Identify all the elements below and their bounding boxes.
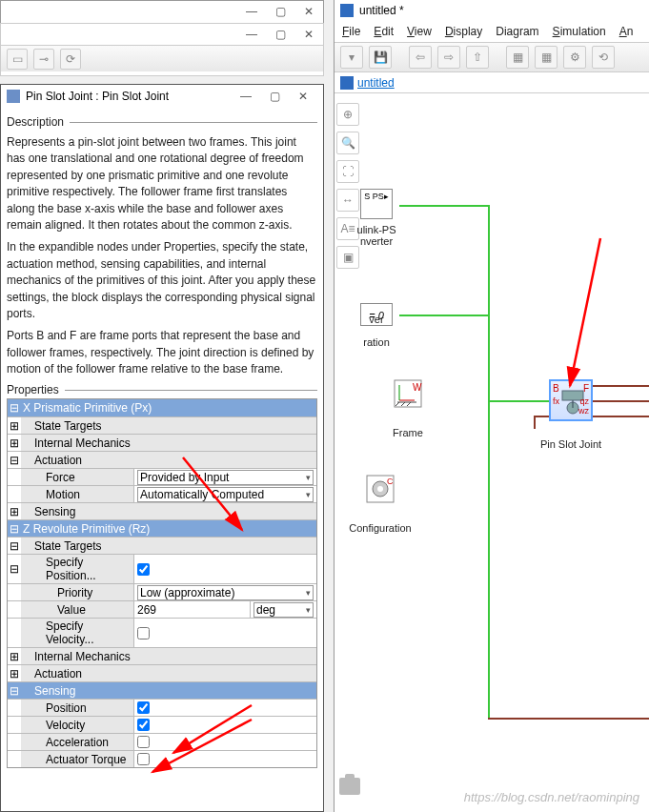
priority-label: Priority [21,584,133,600]
tool-zoomin-icon[interactable]: 🔍 [336,132,359,154]
collapse-icon[interactable]: ⊟ [8,555,21,583]
section-properties: Properties [7,383,317,396]
simulink-titlebar: untitled * [335,0,649,21]
row-rz-actuation[interactable]: ⊞ Actuation [8,664,316,681]
row-rz-sensing[interactable]: ⊟ Sensing [8,681,316,699]
bg2-close-button[interactable]: ✕ [294,24,323,45]
tb-link-icon[interactable]: ⟲ [592,46,615,69]
dialog-close-button[interactable]: ✕ [289,86,317,107]
rz-internal-mech: Internal Mechanics [21,648,316,664]
simulink-window: untitled * File Edit View Display Diagra… [334,0,649,812]
row-acceleration: Acceleration [8,733,316,750]
world-frame-icon: W [394,379,422,408]
bg-maximize-button[interactable]: ▢ [266,1,294,22]
tb-lib-icon[interactable]: ▦ [506,46,529,69]
row-priority: Priority Low (approximate) [8,583,316,600]
row-px-sensing[interactable]: ⊞ Sensing [8,502,316,519]
motion-dropdown[interactable]: Automatically Computed [137,487,314,502]
wire [534,416,536,429]
block-mech-configuration[interactable]: C Configuration [366,475,395,503]
block-world-frame[interactable]: W Frame [394,379,422,408]
actuator-torque-checkbox[interactable] [137,753,150,765]
row-px-state-targets[interactable]: ⊞ State Targets [8,416,316,434]
collapse-icon[interactable]: ⊟ [8,399,21,416]
dialog-maximize-button[interactable]: ▢ [260,86,289,107]
tb-up-icon[interactable]: ⇧ [466,46,489,69]
force-dropdown[interactable]: Provided by Input [137,470,314,485]
spec-velocity-checkbox[interactable] [137,627,150,639]
pin-slot-joint-dialog: Pin Slot Joint : Pin Slot Joint — ▢ ✕ De… [0,84,324,812]
value-unit-dropdown[interactable]: deg [254,602,314,618]
spec-velocity-label: Specify Velocity... [21,619,133,647]
row-rz-internal-mech[interactable]: ⊞ Internal Mechanics [8,647,316,664]
expand-icon[interactable]: ⊞ [8,648,21,664]
dialog-title: Pin Slot Joint : Pin Slot Joint [26,90,169,103]
block-solver[interactable]: = 0 ver ration [360,303,393,326]
cat-z-revolute[interactable]: ⊟ Z Revolute Primitive (Rz) [8,519,316,537]
svg-point-10 [377,486,383,492]
bg2-open-icon[interactable]: ▭ [7,49,28,70]
properties-grid: ⊟ X Prismatic Primitive (Px) ⊞ State Tar… [7,398,317,768]
row-rz-state-targets[interactable]: ⊟ State Targets [8,537,316,554]
expand-icon[interactable]: ⊞ [8,417,21,434]
value-input[interactable] [134,603,250,617]
tb-fwd-icon[interactable]: ⇨ [437,46,460,69]
menu-display[interactable]: Display [445,21,482,42]
block-pin-slot-joint[interactable]: B F fx qz wz Pin Slot Joint [549,379,593,421]
collapse-icon[interactable]: ⊟ [8,452,21,468]
position-label: Position [21,700,133,716]
expand-icon[interactable]: ⊞ [8,665,21,681]
tool-annot-icon[interactable]: A≡ [336,217,359,240]
tool-pan-icon[interactable]: ↔ [336,189,359,212]
bg2-refresh-icon[interactable]: ⟳ [60,49,81,70]
velocity-checkbox[interactable] [137,719,150,731]
tool-explore-icon[interactable]: ⊕ [336,103,359,126]
menu-edit[interactable]: Edit [374,21,394,42]
collapse-icon[interactable]: ⊟ [8,682,21,699]
position-checkbox[interactable] [137,701,150,714]
menu-analysis[interactable]: An [619,21,634,42]
block-simulink-ps-converter[interactable]: S PS▸ ulink-PS nverter [360,189,393,219]
cat-x-prismatic[interactable]: ⊟ X Prismatic Primitive (Px) [8,399,316,416]
dialog-app-icon [7,90,20,103]
bg-close-button[interactable]: ✕ [294,1,323,22]
velocity-label: Velocity [21,717,133,733]
wire [593,400,649,402]
menu-diagram[interactable]: Diagram [496,21,538,42]
motion-label: Motion [21,486,133,502]
bg2-pin-icon[interactable]: ⊸ [33,49,54,70]
bg2-minimize-button[interactable]: — [237,24,266,45]
px-actuation: Actuation [21,452,316,468]
menu-simulation[interactable]: Simulation [553,21,606,42]
menu-file[interactable]: File [342,21,360,42]
row-px-actuation[interactable]: ⊟ Actuation [8,451,316,468]
tb-new-icon[interactable]: ▾ [340,46,363,69]
tb-config-icon[interactable]: ⚙ [563,46,586,69]
port-wz: wz [578,406,589,416]
screenshot-icon[interactable] [339,778,360,795]
dialog-minimize-button[interactable]: — [232,86,260,107]
tool-image-icon[interactable]: ▣ [336,246,359,269]
menu-view[interactable]: View [407,21,432,42]
tab-untitled[interactable]: untitled [357,76,395,90]
expand-icon[interactable]: ⊞ [8,435,21,451]
tb-save-icon[interactable]: 💾 [369,46,392,69]
bg2-maximize-button[interactable]: ▢ [266,24,294,45]
expand-icon[interactable]: ⊞ [8,503,21,519]
simulink-canvas[interactable]: ⊕ 🔍 ⛶ ↔ A≡ ▣ S PS▸ ulink-PS nverter = 0 [335,93,649,812]
collapse-icon[interactable]: ⊟ [8,538,21,554]
row-px-internal-mech[interactable]: ⊞ Internal Mechanics [8,434,316,451]
tb-back-icon[interactable]: ⇦ [409,46,432,69]
wire [399,205,490,207]
tb-scope-icon[interactable]: ▦ [535,46,558,69]
spec-position-checkbox[interactable] [137,563,150,576]
wire [534,416,549,417]
acceleration-checkbox[interactable] [137,736,150,748]
priority-dropdown[interactable]: Low (approximate) [137,585,314,600]
wire [488,400,549,402]
simulink-app-icon [340,4,354,17]
canvas-side-tools: ⊕ 🔍 ⛶ ↔ A≡ ▣ [336,103,359,269]
collapse-icon[interactable]: ⊟ [8,520,21,537]
bg-minimize-button[interactable]: — [237,1,266,22]
tool-fit-icon[interactable]: ⛶ [336,160,359,183]
